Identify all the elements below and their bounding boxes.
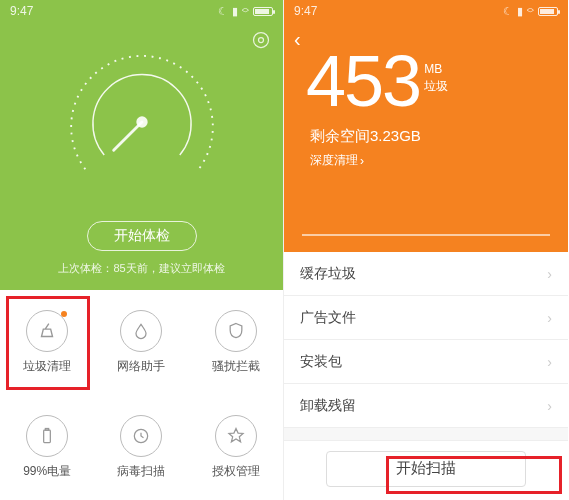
bottom-bar: 开始扫描 [284, 440, 568, 496]
top-panel: 9:47 ☾ ▮ ⌔ ‹ 453 MB 垃圾 剩余空间3.23GB 深度清理 › [284, 0, 568, 252]
svg-rect-4 [44, 430, 51, 443]
list-item-label: 广告文件 [300, 309, 356, 327]
list-item-label: 安装包 [300, 353, 342, 371]
svg-point-1 [254, 33, 269, 48]
list-item-uninstall[interactable]: 卸载残留 › [284, 384, 568, 428]
cell-label: 垃圾清理 [23, 358, 71, 375]
wifi-icon: ⌔ [527, 5, 534, 17]
list-item-label: 卸载残留 [300, 397, 356, 415]
free-space-text: 剩余空间3.23GB [284, 127, 568, 146]
battery-icon [253, 7, 273, 16]
unit-label: MB [424, 61, 448, 78]
status-icons: ☾ ▮ ⌔ [218, 5, 273, 18]
top-panel: 9:47 ☾ ▮ ⌔ 开始体检 上次体检：85天前，建议立即体检 [0, 0, 283, 290]
star-icon [215, 415, 257, 457]
deep-clean-link[interactable]: 深度清理 › [284, 152, 568, 169]
list-item-apk[interactable]: 安装包 › [284, 340, 568, 384]
cell-label: 骚扰拦截 [212, 358, 260, 375]
moon-icon: ☾ [503, 5, 513, 18]
cell-label: 授权管理 [212, 463, 260, 480]
list-item-ads[interactable]: 广告文件 › [284, 296, 568, 340]
signal-icon: ▮ [232, 5, 238, 18]
start-checkup-button[interactable]: 开始体检 [87, 221, 197, 251]
chevron-right-icon: › [547, 354, 552, 370]
deep-clean-label: 深度清理 [310, 152, 358, 169]
cell-label: 网络助手 [117, 358, 165, 375]
statusbar: 9:47 ☾ ▮ ⌔ [284, 0, 568, 22]
last-checkup-text: 上次体检：85天前，建议立即体检 [0, 261, 283, 290]
svg-rect-5 [45, 429, 48, 431]
junk-size-row: 453 MB 垃圾 [284, 45, 568, 117]
trash-cleanup-cell[interactable]: 垃圾清理 [0, 290, 94, 395]
statusbar: 9:47 ☾ ▮ ⌔ [0, 0, 283, 22]
chevron-right-icon: › [547, 398, 552, 414]
gauge-area [0, 22, 283, 221]
virus-scan-cell[interactable]: 病毒扫描 [94, 395, 188, 500]
time-label: 9:47 [10, 4, 33, 18]
chevron-right-icon: › [360, 154, 364, 168]
svg-line-3 [113, 122, 141, 150]
network-assistant-cell[interactable]: 网络助手 [94, 290, 188, 395]
drop-icon [120, 310, 162, 352]
list-item-cache[interactable]: 缓存垃圾 › [284, 252, 568, 296]
svg-point-0 [259, 38, 264, 43]
harassment-block-cell[interactable]: 骚扰拦截 [189, 290, 283, 395]
signal-icon: ▮ [517, 5, 523, 18]
settings-icon[interactable] [251, 30, 271, 54]
shield-icon [215, 310, 257, 352]
progress-line [302, 234, 550, 236]
junk-label: 垃圾 [424, 78, 448, 95]
time-label: 9:47 [294, 4, 317, 18]
list-item-label: 缓存垃圾 [300, 265, 356, 283]
status-icons: ☾ ▮ ⌔ [503, 5, 558, 18]
moon-icon: ☾ [218, 5, 228, 18]
battery-icon [26, 415, 68, 457]
permission-mgmt-cell[interactable]: 授权管理 [189, 395, 283, 500]
junk-category-list: 缓存垃圾 › 广告文件 › 安装包 › 卸载残留 › [284, 252, 568, 440]
trash-cleanup-screen: 9:47 ☾ ▮ ⌔ ‹ 453 MB 垃圾 剩余空间3.23GB 深度清理 › [284, 0, 568, 500]
wifi-icon: ⌔ [242, 5, 249, 17]
start-scan-button[interactable]: 开始扫描 [326, 451, 526, 487]
feature-grid: 垃圾清理 网络助手 骚扰拦截 99%电量 病毒扫描 [0, 290, 283, 500]
chevron-right-icon: › [547, 266, 552, 282]
chevron-right-icon: › [547, 310, 552, 326]
gauge-meter [57, 37, 227, 207]
battery-icon [538, 7, 558, 16]
battery-cell[interactable]: 99%电量 [0, 395, 94, 500]
junk-size-number: 453 [306, 45, 420, 117]
cell-label: 99%电量 [23, 463, 71, 480]
security-center-screen: 9:47 ☾ ▮ ⌔ 开始体检 上次体检：85天前，建议立即体检 [0, 0, 284, 500]
broom-icon [26, 310, 68, 352]
cell-label: 病毒扫描 [117, 463, 165, 480]
scan-icon [120, 415, 162, 457]
